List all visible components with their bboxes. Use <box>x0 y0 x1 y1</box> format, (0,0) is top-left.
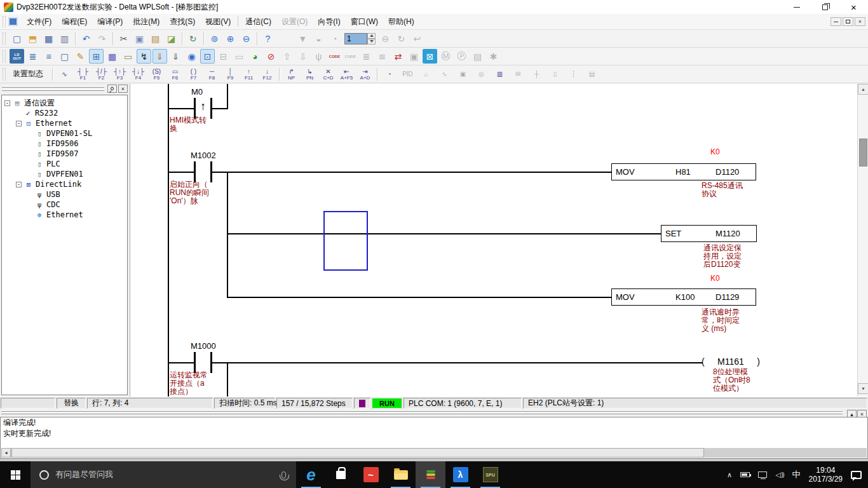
tree-item-comm-settings[interactable]: -▤通信设置 <box>2 98 127 108</box>
spin-down-icon[interactable] <box>367 39 376 44</box>
edit-pencil-icon[interactable]: ✎ <box>73 49 88 64</box>
tree-item-ifd9507[interactable]: ▯IFD9507 <box>2 149 127 159</box>
close-button[interactable]: × <box>839 0 868 14</box>
restore-button[interactable] <box>811 0 839 14</box>
ladder-monitor-icon[interactable]: ⊡ <box>200 49 215 64</box>
ladder-selection-cursor[interactable] <box>323 211 368 271</box>
tree-item-ifd9506[interactable]: ▯IFD9506 <box>2 139 127 149</box>
tree-item-dvpfen01[interactable]: ▯DVPFEN01 <box>2 169 127 179</box>
toolbar-grip[interactable] <box>3 68 6 81</box>
tree-item-dvpen01-sl[interactable]: ▯DVPEN01-SL <box>2 128 127 139</box>
hint-icon[interactable]: ◉ <box>184 49 199 64</box>
menu-wizard[interactable]: 向导(I) <box>313 15 345 29</box>
minimize-button[interactable] <box>782 0 811 14</box>
panel-pin-button[interactable] <box>107 85 117 93</box>
device-type-button[interactable]: 装置型态 <box>13 69 43 79</box>
mdi-restore-button[interactable] <box>843 17 853 26</box>
row-number-spinner[interactable] <box>344 33 376 44</box>
fall-pulse-f12[interactable]: ↓F12 <box>259 67 276 82</box>
menu-communication[interactable]: 通信(C) <box>240 15 276 29</box>
copy-icon[interactable]: ▣ <box>132 31 147 46</box>
microphone-icon[interactable] <box>281 471 286 478</box>
toolbar-grip[interactable] <box>3 16 6 27</box>
pie-chart-icon[interactable]: ◕ <box>248 49 262 64</box>
panel-splitter[interactable]: ▴ × <box>0 409 868 417</box>
ladder-vertical-scrollbar[interactable]: ▲ ▼ <box>857 84 868 396</box>
scroll-up-button[interactable]: ▲ <box>858 84 868 95</box>
tree-item-plc[interactable]: ▯PLC <box>2 159 127 169</box>
message-horizontal-scrollbar[interactable]: ◂ <box>1 448 867 458</box>
open-folder-icon[interactable]: ⬒ <box>25 31 40 46</box>
set-coil-f5[interactable]: (S)F5 <box>148 67 165 82</box>
scroll-left-button[interactable]: ◂ <box>1 448 11 458</box>
tray-expand-icon[interactable]: ∧ <box>727 471 732 479</box>
toolbar-grip[interactable] <box>3 50 6 63</box>
ld-out-icon[interactable]: LD OUT <box>10 49 24 64</box>
spin-up-icon[interactable] <box>367 33 376 39</box>
zoom-icon[interactable]: ⊚ <box>207 31 222 46</box>
pn-pulse[interactable]: ↳PN <box>301 67 318 82</box>
taskbar-edge-button[interactable]: e <box>296 461 326 488</box>
tree-expander-icon[interactable]: - <box>16 182 22 187</box>
panel-close-button[interactable]: × <box>118 85 128 93</box>
scroll-down-button[interactable]: ▼ <box>858 383 868 394</box>
rollback-icon[interactable]: ↻ <box>186 31 200 46</box>
menu-compile[interactable]: 编译(P) <box>92 15 128 29</box>
convert-cd[interactable]: ✕C+D <box>320 67 337 82</box>
battery-icon[interactable] <box>740 472 750 477</box>
save-icon[interactable]: ▦ <box>41 31 56 46</box>
menu-program[interactable]: 编程(E) <box>57 15 92 29</box>
contact-fall-f4[interactable]: ┤↓├F4 <box>130 67 147 82</box>
taskbar-explorer-button[interactable] <box>386 461 416 488</box>
mdi-minimize-button[interactable] <box>831 17 841 26</box>
menu-search[interactable]: 查找(S) <box>165 15 200 29</box>
print-icon[interactable]: ▥ <box>57 31 72 46</box>
instruction-view-icon[interactable]: ≡ <box>41 49 56 64</box>
app-instruction-f6[interactable]: ▭F6 <box>166 67 184 82</box>
start-button[interactable] <box>0 461 31 488</box>
taskbar-spu-button[interactable]: SPU <box>475 461 505 488</box>
volume-icon[interactable]: ◁)) <box>775 471 783 479</box>
workspace-icon[interactable]: ⊞ <box>89 49 104 64</box>
taskbar-store-button[interactable] <box>326 461 356 488</box>
monitor-screen-icon[interactable]: ▢ <box>57 49 72 64</box>
tree-item-rs232[interactable]: ✓RS232 <box>2 108 127 118</box>
insert-af5[interactable]: ⇤A+F5 <box>338 67 355 82</box>
tree-item-usb[interactable]: ψUSB <box>2 189 127 200</box>
line-tool[interactable]: ∿ <box>56 67 73 82</box>
tree-item-ethernet[interactable]: -⊡Ethernet <box>2 118 127 128</box>
taskbar-acrobat-button[interactable]: λ <box>445 461 475 488</box>
scrollbar-thumb[interactable] <box>859 139 867 166</box>
action-center-icon[interactable] <box>851 471 862 479</box>
menu-view[interactable]: 视图(V) <box>200 15 236 29</box>
cortana-search[interactable]: 有问题尽管问我 <box>31 461 296 488</box>
comment-view-icon[interactable]: ▭ <box>121 49 135 64</box>
new-file-icon[interactable]: ▢ <box>10 31 24 46</box>
compare-icon[interactable]: ⇄ <box>391 49 405 64</box>
ladder-view-icon[interactable]: ≣ <box>25 49 40 64</box>
paste-icon[interactable]: ▤ <box>148 31 163 46</box>
menu-help[interactable]: 帮助(H) <box>383 15 419 29</box>
spinner-arrows[interactable] <box>367 33 376 44</box>
menu-window[interactable]: 窗口(W) <box>346 15 383 29</box>
menu-comment[interactable]: 批注(M) <box>128 15 165 29</box>
device-monitor-icon[interactable]: ⊠ <box>423 49 437 64</box>
zap-icon[interactable]: ↯ <box>137 49 151 64</box>
ladder-diagram-area[interactable]: M0 ↑ HMI模式转 换 M1002 启始正向（ RUN的瞬间 'On'）脉 … <box>130 84 857 396</box>
row-number-input[interactable] <box>344 33 367 44</box>
instruction-box-mov-h81-d1120[interactable]: MOV H81 D1120 <box>611 163 756 180</box>
taskbar-red-app-button[interactable]: ~ <box>356 461 386 488</box>
help-icon[interactable]: ? <box>261 31 275 46</box>
mdi-close-button[interactable]: × <box>855 17 865 26</box>
download-icon[interactable]: ⇓ <box>153 49 167 64</box>
out-coil-f7[interactable]: ( )F7 <box>185 67 202 82</box>
tree-expander-icon[interactable]: - <box>16 121 22 126</box>
vline-f9[interactable]: │F9 <box>222 67 239 82</box>
rise-pulse-f11[interactable]: ↑F11 <box>240 67 257 82</box>
device-table-tool[interactable]: ▥ <box>491 67 508 82</box>
delete-ad[interactable]: ⇥A+D <box>356 67 374 82</box>
tree-item-cdc[interactable]: ψCDC <box>2 200 127 210</box>
taskbar-wplsoft-button[interactable] <box>416 461 445 488</box>
instruction-box-mov-k100-d1129[interactable]: MOV K100 D1129 <box>611 288 756 306</box>
stop-icon[interactable]: ⊘ <box>264 49 278 64</box>
